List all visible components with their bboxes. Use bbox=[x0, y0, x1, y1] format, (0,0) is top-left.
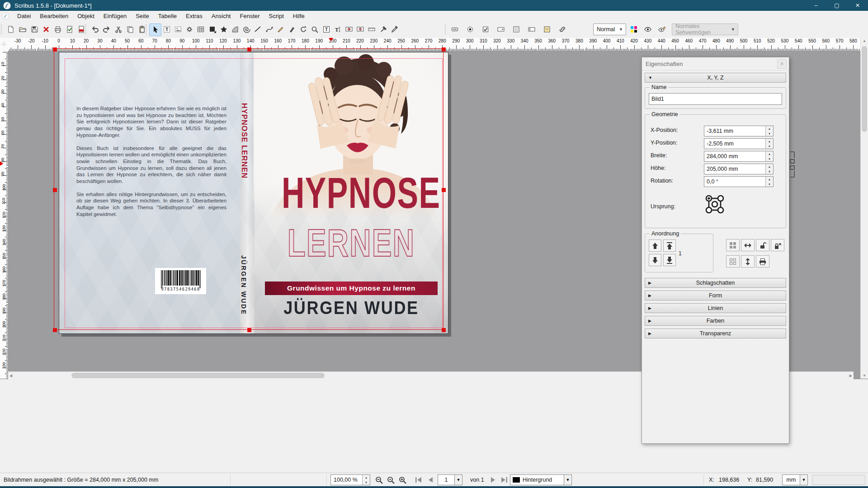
toolbar-edit-contents-button[interactable]: T bbox=[320, 23, 332, 36]
toolbar-zoom-button[interactable] bbox=[309, 23, 321, 36]
rotation-spinbox[interactable]: 0,0 °▲▼ bbox=[704, 176, 774, 187]
link-width-height-icon[interactable] bbox=[788, 150, 797, 179]
menu-item-ansicht[interactable]: Ansicht bbox=[207, 11, 236, 21]
previous-page-icon[interactable] bbox=[425, 473, 435, 487]
section-linien[interactable]: ▶Linien bbox=[645, 303, 786, 313]
menu-item-seite[interactable]: Seite bbox=[131, 11, 154, 21]
section-xyz[interactable]: ▼ X, Y, Z bbox=[645, 73, 786, 83]
flip-horizontal-button[interactable] bbox=[741, 239, 755, 251]
toolbar-insert-line-button[interactable] bbox=[252, 23, 264, 36]
toolbar-copy-button[interactable] bbox=[124, 23, 136, 36]
lock-size-button[interactable] bbox=[771, 239, 784, 251]
toolbar-close-button[interactable] bbox=[40, 23, 52, 36]
scroll-down-icon[interactable]: ▼ bbox=[863, 374, 866, 378]
menu-item-hilfe[interactable]: Hilfe bbox=[288, 11, 309, 21]
toolbar-print-button[interactable] bbox=[52, 23, 64, 36]
toolbar-select-item-button[interactable] bbox=[149, 23, 161, 36]
horizontal-ruler[interactable]: -30-20-100102030405060708090100110120130… bbox=[8, 38, 861, 51]
document-page[interactable]: In diesem Ratgeber über Hypnose erfahren… bbox=[59, 52, 448, 334]
toolbar-pdf-radio-button-button[interactable] bbox=[464, 23, 476, 36]
toolbar-color-management-button[interactable] bbox=[627, 23, 640, 36]
toolbar-copy-properties-button[interactable] bbox=[377, 23, 389, 36]
toolbar-story-editor-button[interactable]: T bbox=[331, 23, 344, 36]
scroll-right-icon[interactable]: ▶ bbox=[849, 374, 852, 378]
toolbar-insert-spiral-button[interactable] bbox=[241, 23, 253, 36]
toolbar-pdf-list-box-button[interactable] bbox=[510, 23, 522, 36]
scroll-left-icon[interactable]: ◀ bbox=[9, 374, 12, 378]
vertical-scrollbar[interactable]: ▲ ▼ bbox=[860, 38, 868, 379]
section-transparenz[interactable]: ▶Transparenz bbox=[645, 328, 786, 338]
panel-close-icon[interactable]: ✕ bbox=[777, 59, 787, 69]
toolbar-insert-arc-button[interactable] bbox=[229, 23, 241, 36]
width-spinbox[interactable]: 284,000 mm▲▼ bbox=[704, 151, 774, 162]
menu-item-einfügen[interactable]: Einfügen bbox=[99, 11, 131, 21]
layer-dropdown-icon[interactable]: ▼ bbox=[564, 474, 572, 485]
toolbar-preflight-verifier-button[interactable] bbox=[63, 23, 75, 36]
layer-selector[interactable]: Hintergrund bbox=[510, 474, 564, 485]
menu-item-bearbeiten[interactable]: Bearbeiten bbox=[35, 11, 73, 21]
width-spinner[interactable]: ▲▼ bbox=[765, 151, 773, 161]
menu-item-datei[interactable]: Datei bbox=[13, 11, 35, 21]
menu-item-fenster[interactable]: Fenster bbox=[235, 11, 264, 21]
flip-vertical-button[interactable] bbox=[741, 255, 755, 267]
height-spinbox[interactable]: 205,000 mm▲▼ bbox=[704, 164, 774, 174]
vertical-scroll-thumb[interactable] bbox=[862, 46, 867, 132]
lower-item-button[interactable] bbox=[649, 254, 661, 266]
lower-to-bottom-button[interactable] bbox=[663, 254, 676, 266]
y-position-spinbox[interactable]: -2,505 mm▲▼ bbox=[704, 138, 774, 149]
group-items-button[interactable] bbox=[726, 239, 740, 251]
menu-item-extras[interactable]: Extras bbox=[181, 11, 207, 21]
toolbar-pdf-link-annotation-button[interactable] bbox=[556, 23, 568, 36]
section-form[interactable]: ▶Form bbox=[645, 291, 786, 300]
menu-item-tabelle[interactable]: Tabelle bbox=[154, 11, 181, 21]
lock-item-button[interactable] bbox=[756, 239, 769, 251]
first-page-icon[interactable] bbox=[414, 473, 424, 487]
raise-item-button[interactable] bbox=[649, 239, 661, 252]
toolbar-measurements-button[interactable] bbox=[366, 23, 378, 36]
page-number-input[interactable]: 1 bbox=[438, 474, 455, 485]
maximize-button[interactable]: ▢ bbox=[826, 0, 847, 11]
menu-item-script[interactable]: Script bbox=[264, 11, 288, 21]
zoom-level-spinbox[interactable]: 100,00 % ▲▼ bbox=[330, 474, 370, 485]
x-position-spinner[interactable]: ▲▼ bbox=[765, 126, 773, 136]
toolbar-insert-bezier-button[interactable] bbox=[263, 23, 275, 36]
toolbar-cut-button[interactable] bbox=[112, 23, 124, 36]
toolbar-open-button[interactable] bbox=[16, 23, 28, 36]
zoom-out-icon[interactable] bbox=[373, 473, 384, 487]
raise-to-top-button[interactable] bbox=[663, 239, 676, 252]
unit-dropdown-icon[interactable]: ▼ bbox=[800, 474, 808, 485]
toolbar-insert-render-frame-button[interactable] bbox=[184, 23, 196, 36]
toolbar-edit-in-preview-button[interactable] bbox=[656, 23, 668, 36]
minimize-button[interactable]: – bbox=[806, 0, 826, 11]
toolbar-insert-text-frame-button[interactable]: T bbox=[160, 23, 173, 36]
zoom-100-icon[interactable] bbox=[385, 473, 396, 487]
toolbar-pdf-text-annotation-button[interactable] bbox=[541, 23, 553, 36]
toolbar-insert-polygon-button[interactable] bbox=[217, 23, 230, 36]
toolbar-pdf-push-button-button[interactable] bbox=[448, 23, 461, 36]
toolbar-pdf-text-field-button[interactable] bbox=[525, 23, 538, 36]
panel-title[interactable]: Eigenschaften bbox=[642, 57, 789, 70]
horizontal-scroll-thumb[interactable] bbox=[71, 373, 325, 378]
toolbar-undo-button[interactable] bbox=[89, 23, 101, 36]
y-position-spinner[interactable]: ▲▼ bbox=[765, 139, 773, 149]
toolbar-unlink-text-frames-button[interactable] bbox=[354, 23, 367, 36]
section-farben[interactable]: ▶Farben bbox=[645, 316, 786, 326]
toolbar-insert-image-frame-button[interactable] bbox=[172, 23, 184, 36]
scroll-up-icon[interactable]: ▲ bbox=[863, 39, 866, 43]
toolbar-redo-button[interactable] bbox=[100, 23, 113, 36]
origin-selector[interactable] bbox=[703, 192, 726, 216]
toolbar-save-button[interactable] bbox=[28, 23, 40, 36]
page-dropdown-icon[interactable]: ▼ bbox=[455, 474, 462, 485]
next-page-icon[interactable] bbox=[488, 473, 498, 487]
toolbar-preview-mode-button[interactable] bbox=[642, 23, 654, 36]
rotation-spinner[interactable]: ▲▼ bbox=[765, 177, 773, 187]
unit-selector[interactable]: mm bbox=[782, 474, 800, 485]
ruler-origin-corner[interactable] bbox=[0, 38, 9, 51]
toolbar-pdf-combo-box-button[interactable] bbox=[495, 23, 507, 36]
toolbar-eye-dropper-button[interactable] bbox=[388, 23, 401, 36]
x-position-spinbox[interactable]: -3,611 mm▲▼ bbox=[704, 126, 774, 136]
zoom-in-icon[interactable] bbox=[397, 473, 408, 487]
toolbar-insert-freehand-button[interactable] bbox=[274, 23, 287, 36]
toolbar-rotate-item-button[interactable] bbox=[297, 23, 310, 36]
ungroup-items-button[interactable] bbox=[726, 255, 740, 267]
